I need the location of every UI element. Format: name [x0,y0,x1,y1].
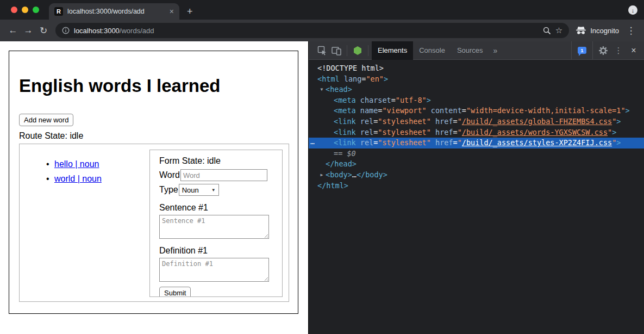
inspect-element-icon[interactable] [315,44,329,58]
tab-close-icon[interactable]: × [168,8,175,15]
code-token: <meta [334,96,356,104]
code-token [431,138,435,147]
code-token: rel [360,128,373,137]
add-new-word-button[interactable]: Add new word [19,114,73,126]
incognito-label: Incognito [590,27,619,35]
more-actions-icon[interactable]: … [310,137,315,147]
word-link-world[interactable]: world | noun [54,174,102,183]
page-heading: English words I learned [19,76,298,96]
devtools-tab-elements[interactable]: Elements [372,41,413,60]
code-line[interactable]: ▼<head> [309,84,644,95]
devtools-close-icon[interactable]: × [627,44,641,58]
url-path: /words/add [120,27,154,35]
toolbar-divider [368,45,368,56]
code-token: <link [334,128,356,137]
code-token: "en" [366,75,384,83]
devtools-toolbar: Elements Console Sources » 1 ⋮ × [309,41,644,60]
elements-tree[interactable]: <!DOCTYPE html><html lang="en">▼<head><m… [309,60,644,334]
address-bar[interactable]: localhost:3000/words/add ☆ [55,23,569,38]
web-page: English words I learned Add new word Rou… [0,41,308,334]
collapse-arrow-icon[interactable]: ▼ [318,84,326,95]
code-token [356,128,360,137]
code-token [356,138,360,147]
devtools-panel: Elements Console Sources » 1 ⋮ × [308,41,644,334]
code-line[interactable]: <meta charset="utf-8"> [309,95,644,106]
forward-button[interactable]: → [21,25,36,36]
incognito-badge: Incognito [576,26,619,35]
titlebar: R localhost:3000/words/add × + ↓ [0,0,644,20]
code-token: </body> [357,170,387,179]
code-token: > [626,106,630,115]
add-word-form: Form State: idle Word Type Noun ▼ [149,150,283,297]
code-line[interactable]: </html> [309,181,644,191]
code-line[interactable]: <link rel="stylesheet" href="/build/_ass… [309,127,644,138]
devtools-tab-sources[interactable]: Sources [451,41,489,60]
code-token [431,128,435,137]
toolbar-divider [347,45,347,56]
code-token: "width=device-width,initial-scale=1" [466,106,626,115]
code-token: "stylesheet" [378,138,431,147]
sentence-textarea[interactable] [159,215,269,239]
new-tab-button[interactable]: + [187,7,193,16]
code-token: "viewport" [382,106,426,115]
browser-tab[interactable]: R localhost:3000/words/add × [49,3,179,20]
zoom-icon[interactable] [543,27,551,35]
code-token: <!DOCTYPE html> [317,64,384,72]
code-token: = [462,106,466,115]
code-token: <body> [326,170,352,179]
definition-label: Definition #1 [159,245,277,256]
more-tabs-icon[interactable]: » [489,46,502,55]
node-extension-icon[interactable] [351,44,365,58]
bookmark-star-icon[interactable]: ☆ [555,26,562,35]
code-line[interactable]: …<link rel="stylesheet" href="/build/_as… [309,138,644,149]
submit-button[interactable]: Submit [159,287,191,297]
type-label: Type [159,185,178,195]
download-icon[interactable]: ↓ [628,5,637,15]
browser-menu-kebab-icon[interactable]: ⋮ [623,25,639,36]
issues-badge[interactable]: 1 [571,41,593,59]
code-line[interactable]: <link rel="stylesheet" href="/build/_ass… [309,116,644,127]
code-token: <html [317,75,340,83]
url-host: localhost:3000 [74,27,120,35]
code-line[interactable]: </head> [309,159,644,170]
code-line[interactable]: <!DOCTYPE html> [309,63,644,74]
close-window-button[interactable] [11,7,17,13]
devtools-tab-console[interactable]: Console [413,41,451,60]
content-area: English words I learned Add new word Rou… [0,41,644,334]
word-label: Word [159,170,180,180]
minimize-window-button[interactable] [22,7,28,13]
back-button[interactable]: ← [5,25,21,36]
word-link-hello[interactable]: hello | noun [54,159,99,169]
definition-textarea[interactable] [159,258,269,282]
browser-window: R localhost:3000/words/add × + ↓ ← → ↻ l… [0,0,644,334]
code-token: href [435,128,453,137]
code-line[interactable]: <html lang="en"> [309,74,644,85]
code-line[interactable]: == $0 [309,149,644,159]
code-token: > [384,75,388,83]
code-token: " [458,138,462,147]
code-line[interactable]: <meta name="viewport" content="width=dev… [309,106,644,116]
url-text: localhost:3000/words/add [74,27,539,35]
type-select-value: Noun [182,186,199,194]
code-token: = [391,96,396,104]
code-token [427,106,431,115]
code-token: = [453,138,458,147]
code-token: = [453,117,458,126]
word-input[interactable] [180,169,267,181]
page-info-icon[interactable] [62,27,70,34]
bullet-icon: • [46,174,49,184]
expand-arrow-icon[interactable]: ▶ [318,170,326,181]
bullet-icon: • [46,159,49,169]
settings-gear-icon[interactable] [596,44,610,58]
device-toolbar-icon[interactable] [329,44,343,58]
code-token: … [352,170,357,179]
reload-button[interactable]: ↻ [36,25,51,36]
issues-bubble-icon: 1 [578,47,586,54]
code-token [356,117,360,126]
code-token: <link [334,117,356,126]
code-token: rel [360,138,373,147]
fullscreen-window-button[interactable] [33,7,39,13]
code-line[interactable]: ▶<body>…</body> [309,170,644,181]
type-select[interactable]: Noun ▼ [179,184,219,196]
devtools-menu-kebab-icon[interactable]: ⋮ [611,44,626,58]
